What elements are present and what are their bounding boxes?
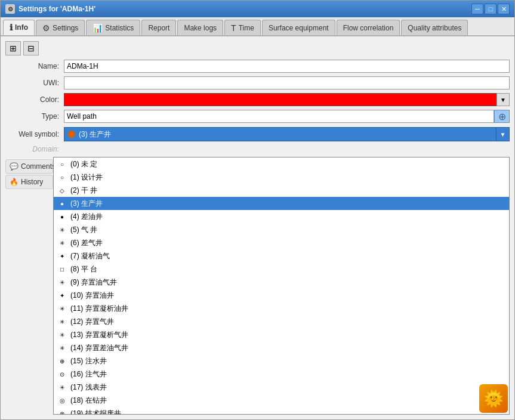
list-item-icon: ● [57, 199, 67, 208]
list-item-icon: ✳ [57, 238, 67, 248]
tab-make-logs-label: Make logs [184, 24, 217, 32]
list-item-text: (6) 差气井 [70, 238, 505, 248]
list-item-icon: ● [57, 212, 67, 221]
list-item-icon: ✳ [57, 317, 67, 326]
toolbar-btn-2[interactable]: ⊟ [23, 41, 39, 55]
well-symbol-select[interactable]: (3) 生产井 [64, 127, 497, 141]
form-section: Name: UWI: Color: ▼ Type: [5, 59, 510, 123]
list-item[interactable]: ⊗(19) 技术报废井 [54, 407, 509, 414]
list-item-icon: ⊕ [57, 356, 67, 366]
well-symbol-value: (3) 生产井 [79, 129, 111, 140]
title-bar-left: ⚙ Settings for 'ADMa-1H' [5, 4, 95, 14]
list-item[interactable]: ✳(12) 弃置气井 [54, 315, 509, 328]
type-input[interactable] [64, 110, 494, 123]
status-icon: 🌞 [479, 384, 508, 413]
list-item[interactable]: □(8) 平 台 [54, 262, 509, 276]
minimize-button[interactable]: ─ [471, 4, 483, 14]
statistics-icon: 📊 [92, 23, 103, 33]
left-panel: 💬 Comments 🔥 History [5, 157, 53, 415]
close-button[interactable]: ✕ [498, 4, 510, 14]
side-tab-comments[interactable]: 💬 Comments [5, 159, 53, 174]
tab-flow-correlation-label: Flow correlation [343, 24, 394, 32]
tab-quality-attributes[interactable]: Quality attributes [401, 20, 468, 35]
tab-quality-attributes-label: Quality attributes [408, 24, 461, 32]
name-row: Name: [5, 59, 510, 73]
list-item[interactable]: ✳(17) 浅表井 [54, 381, 509, 394]
tab-settings[interactable]: ⚙ Settings [36, 20, 85, 35]
name-input[interactable] [64, 60, 510, 73]
list-item-icon: ○ [57, 159, 67, 169]
list-item[interactable]: ○(0) 未 定 [54, 158, 509, 171]
window-title: Settings for 'ADMa-1H' [18, 5, 95, 13]
tab-statistics[interactable]: 📊 Statistics [86, 20, 140, 35]
list-item-text: (0) 未 定 [70, 159, 505, 169]
window-icon: ⚙ [5, 4, 15, 14]
toolbar-row: ⊞ ⊟ [5, 41, 510, 55]
list-item-icon: ✳ [57, 330, 67, 339]
comments-icon: 💬 [10, 162, 18, 171]
list-item[interactable]: ✳(13) 弃置凝析气井 [54, 328, 509, 341]
tab-time-label: Time [239, 24, 254, 32]
list-item[interactable]: ◇(2) 干 井 [54, 184, 509, 197]
list-item-icon: ✳ [57, 382, 67, 392]
list-item-text: (11) 弃置凝析油井 [70, 304, 505, 314]
list-item-text: (4) 差油井 [70, 212, 505, 222]
list-item[interactable]: ⊕(15) 注水井 [54, 354, 509, 368]
list-item[interactable]: ◎(18) 在钻井 [54, 394, 509, 407]
list-item[interactable]: ✳(9) 弃置油气井 [54, 276, 509, 289]
list-item[interactable]: ●(4) 差油井 [54, 210, 509, 223]
well-symbol-label: Well symbol: [5, 130, 59, 138]
list-item-icon: ✳ [57, 343, 67, 353]
uwi-input[interactable] [64, 76, 510, 89]
maximize-button[interactable]: □ [485, 4, 497, 14]
info-icon: ℹ [10, 23, 13, 32]
uwi-row: UWI: [5, 76, 510, 90]
color-row: Color: ▼ [5, 92, 510, 107]
title-bar: ⚙ Settings for 'ADMa-1H' ─ □ ✕ [1, 1, 514, 17]
settings-icon: ⚙ [42, 23, 50, 33]
type-dropdown-btn[interactable]: ⊕ [494, 110, 510, 123]
color-bar[interactable] [64, 93, 497, 106]
list-item[interactable]: ●(3) 生产井 [54, 197, 509, 210]
color-dropdown-btn[interactable]: ▼ [497, 93, 510, 106]
color-label: Color: [5, 95, 59, 104]
tab-info[interactable]: ℹ Info [3, 20, 35, 35]
type-label: Type: [5, 112, 59, 121]
list-item[interactable]: ✳(11) 弃置凝析油井 [54, 302, 509, 315]
well-symbol-icon [68, 131, 75, 138]
tab-report-label: Report [148, 24, 169, 32]
list-item-text: (12) 弃置气井 [70, 317, 505, 327]
list-item-icon: ✳ [57, 304, 67, 313]
list-item-text: (1) 设计井 [70, 172, 505, 183]
tab-time[interactable]: T Time [224, 20, 261, 35]
list-item-icon: ⊙ [57, 369, 67, 379]
list-item[interactable]: ⊙(16) 注气井 [54, 368, 509, 381]
list-item[interactable]: ✳(14) 弃置差油气井 [54, 341, 509, 354]
list-item[interactable]: ✳(6) 差气井 [54, 236, 509, 249]
time-icon: T [231, 23, 236, 33]
name-label: Name: [5, 62, 59, 70]
tab-make-logs[interactable]: Make logs [177, 20, 223, 35]
list-item[interactable]: ✦(10) 弃置油井 [54, 289, 509, 302]
list-item-icon: ◇ [57, 186, 67, 195]
history-label: History [21, 178, 43, 186]
side-tab-history[interactable]: 🔥 History [5, 175, 53, 189]
list-item-text: (16) 注气井 [70, 369, 505, 379]
list-item-icon: ✳ [57, 225, 67, 234]
list-item[interactable]: ○(1) 设计井 [54, 171, 509, 184]
list-item-text: (19) 技术报废井 [70, 409, 505, 415]
well-symbol-row: Well symbol: (3) 生产井 ▼ [5, 127, 510, 141]
list-item-icon: ◎ [57, 396, 67, 405]
tab-report[interactable]: Report [141, 20, 176, 35]
tab-flow-correlation[interactable]: Flow correlation [337, 20, 400, 35]
tab-surface-equipment[interactable]: Surface equipment [262, 20, 335, 35]
list-item[interactable]: ✦(7) 凝析油气 [54, 249, 509, 262]
dropdown-list[interactable]: ○(0) 未 定○(1) 设计井◇(2) 干 井●(3) 生产井●(4) 差油井… [54, 158, 509, 414]
list-item-icon: ✦ [57, 251, 67, 261]
well-symbol-chevron[interactable]: ▼ [497, 127, 510, 141]
list-item-text: (14) 弃置差油气井 [70, 343, 505, 353]
tab-bar: ℹ Info ⚙ Settings 📊 Statistics Report Ma… [1, 17, 514, 36]
toolbar-btn-1[interactable]: ⊞ [5, 41, 21, 55]
domain-row: Domain: [5, 145, 510, 153]
list-item[interactable]: ✳(5) 气 井 [54, 223, 509, 236]
